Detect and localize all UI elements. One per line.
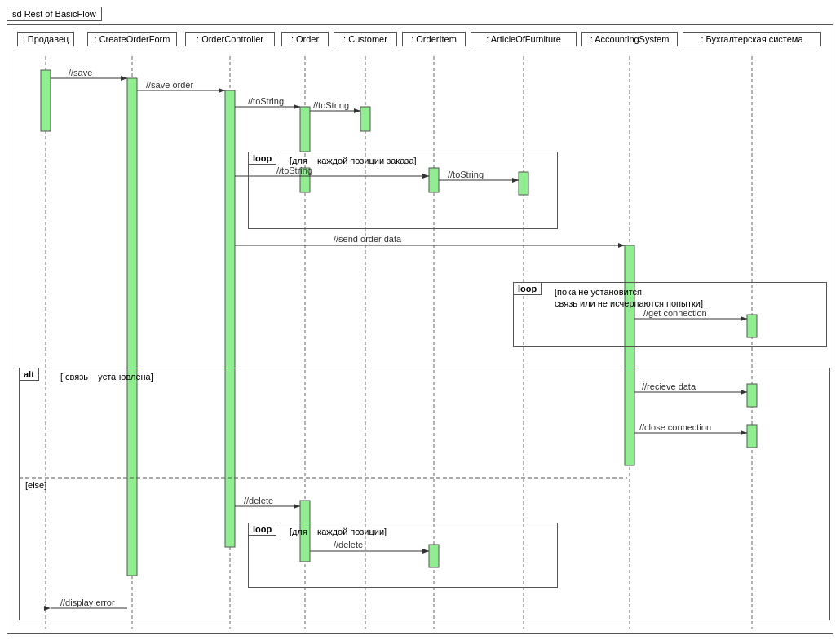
diagram-title: sd Rest of BasicFlow: [7, 7, 102, 21]
loop1-condition: [для каждой позиции заказа]: [290, 156, 417, 165]
svg-text://save order: //save order: [146, 80, 193, 90]
fragment-loop-1: loop [для каждой позиции заказа]: [248, 152, 558, 229]
alt-condition: [ связь установлена]: [60, 372, 153, 382]
lifeline-articleoffurniture: : ArticleOfFurniture: [471, 32, 577, 46]
svg-rect-12: [300, 107, 310, 152]
lifeline-orderitem: : OrderItem: [402, 32, 466, 46]
svg-rect-14: [360, 107, 370, 131]
loop3-condition: [для каждой позиции]: [290, 527, 387, 536]
lifeline-продавец: : Продавец: [17, 32, 74, 46]
lifeline-accountingsystem: : AccountingSystem: [581, 32, 678, 46]
svg-text://send order data: //send order data: [334, 234, 402, 244]
loop2-condition: [пока не установитсясвязь или не исчерпа…: [555, 286, 703, 310]
fragment-loop-2: loop [пока не установитсясвязь или не ис…: [513, 282, 827, 347]
fragment-loop-3: loop [для каждой позиции]: [248, 523, 558, 588]
else-label: [else]: [25, 480, 46, 490]
svg-text://toString: //toString: [248, 96, 284, 106]
lifeline-createorderform: : CreateOrderForm: [87, 32, 177, 46]
svg-text://toString: //toString: [313, 100, 349, 110]
fragment-tag-loop2: loop: [514, 283, 542, 295]
diagram-container: sd Rest of BasicFlow : Продавец : Create…: [0, 0, 840, 644]
fragment-tag-loop3: loop: [249, 523, 276, 536]
diagram-frame: : Продавец : CreateOrderForm : OrderCont…: [7, 24, 833, 634]
fragment-tag-alt: alt: [20, 368, 39, 381]
fragment-tag-loop1: loop: [249, 152, 276, 165]
lifeline-бухгалтерская: : Бухгалтерская система: [683, 32, 821, 46]
lifeline-customer: : Customer: [334, 32, 397, 46]
svg-text://save: //save: [69, 68, 92, 77]
lifeline-ordercontroller: : OrderController: [185, 32, 275, 46]
lifeline-order: : Order: [281, 32, 329, 46]
svg-rect-9: [41, 70, 51, 131]
